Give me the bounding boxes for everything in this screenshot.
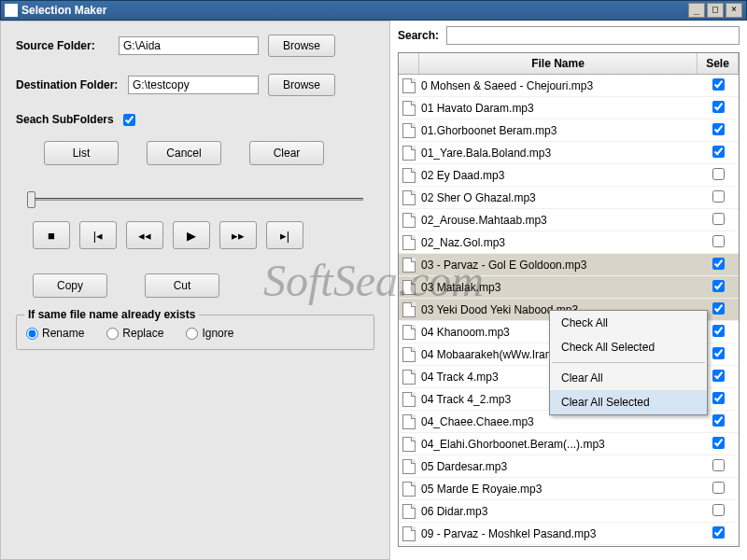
title-bar: Selection Maker _ □ × xyxy=(0,0,747,21)
file-name-cell: 06 Didar.mp3 xyxy=(419,505,698,518)
grid-header: File Name Sele xyxy=(399,53,739,75)
replace-radio[interactable] xyxy=(106,328,119,340)
file-name-cell: 02 Ey Daad.mp3 xyxy=(419,169,698,182)
row-checkbox[interactable] xyxy=(712,504,725,516)
file-name-cell: 01_Yare.Bala.Boland.mp3 xyxy=(419,147,698,160)
ignore-radio-label[interactable]: Ignore xyxy=(186,327,233,340)
file-name-cell: 01 Havato Daram.mp3 xyxy=(419,102,698,115)
file-name-cell: 09 - Parvaz - Moshkel Pasand.mp3 xyxy=(419,527,698,540)
row-checkbox[interactable] xyxy=(712,78,725,91)
table-row[interactable]: 05 Marde E Royaie.mp3 xyxy=(399,478,739,500)
select-cell xyxy=(698,123,739,138)
row-checkbox[interactable] xyxy=(712,392,725,404)
menu-check-all-selected[interactable]: Check All Selected xyxy=(550,335,707,359)
left-panel: Source Folder: Browse Destination Folder… xyxy=(0,21,390,560)
row-checkbox[interactable] xyxy=(712,370,725,382)
context-menu: Check All Check All Selected Clear All C… xyxy=(549,310,708,415)
clear-button[interactable]: Clear xyxy=(249,141,324,165)
column-select[interactable]: Sele xyxy=(698,53,739,74)
duplicate-handling-legend: If same file name already exists xyxy=(24,308,199,321)
row-checkbox[interactable] xyxy=(712,258,725,270)
rewind-button[interactable]: ◂◂ xyxy=(126,221,163,249)
select-cell xyxy=(698,146,739,161)
prev-track-button[interactable]: |◂ xyxy=(79,221,117,249)
row-checkbox[interactable] xyxy=(712,146,725,158)
file-icon xyxy=(402,280,416,295)
copy-button[interactable]: Copy xyxy=(33,273,107,298)
row-checkbox[interactable] xyxy=(712,123,725,135)
table-row[interactable]: 01 Havato Daram.mp3 xyxy=(399,97,739,119)
table-row[interactable]: 02 Ey Daad.mp3 xyxy=(399,164,739,187)
row-checkbox[interactable] xyxy=(712,213,725,225)
row-checkbox[interactable] xyxy=(712,190,725,203)
cancel-button[interactable]: Cancel xyxy=(147,141,221,165)
rename-radio-label[interactable]: Rename xyxy=(26,327,84,340)
position-slider[interactable] xyxy=(27,189,363,208)
file-icon xyxy=(402,482,416,497)
search-subfolders-label: Seach SubFolders xyxy=(16,113,114,126)
search-subfolders-checkbox[interactable] xyxy=(123,114,135,126)
menu-clear-all-selected[interactable]: Clear All Selected xyxy=(550,390,707,414)
file-name-cell: 02 Sher O Ghazal.mp3 xyxy=(419,191,698,204)
row-checkbox[interactable] xyxy=(712,414,725,427)
table-row[interactable]: 09 - Parvaz - Moshkel Pasand.mp3 xyxy=(399,523,739,545)
list-button[interactable]: List xyxy=(44,141,119,165)
row-checkbox[interactable] xyxy=(712,437,725,449)
file-name-cell: 03 Matalak.mp3 xyxy=(419,281,698,294)
row-checkbox[interactable] xyxy=(712,101,725,113)
file-name-cell: 0 Mohsen & Saeed - Chejouri.mp3 xyxy=(419,79,698,92)
stop-button[interactable]: ■ xyxy=(33,221,70,249)
table-row[interactable]: 02 Sher O Ghazal.mp3 xyxy=(399,187,739,209)
row-checkbox[interactable] xyxy=(712,526,725,539)
row-checkbox[interactable] xyxy=(712,280,725,292)
file-icon xyxy=(402,123,416,138)
browse-source-button[interactable]: Browse xyxy=(268,35,335,57)
file-icon xyxy=(402,325,416,340)
replace-radio-label[interactable]: Replace xyxy=(106,327,163,340)
table-row[interactable]: 02_Arouse.Mahtaab.mp3 xyxy=(399,209,739,231)
table-row[interactable]: 06 Didar.mp3 xyxy=(399,500,739,523)
fast-forward-button[interactable]: ▸▸ xyxy=(219,221,257,249)
window-title: Selection Maker xyxy=(21,4,686,17)
play-button[interactable]: ▶ xyxy=(173,221,210,249)
row-checkbox[interactable] xyxy=(712,482,725,494)
source-folder-label: Source Folder: xyxy=(16,39,119,52)
file-icon xyxy=(402,392,416,407)
table-row[interactable]: 01_Yare.Bala.Boland.mp3 xyxy=(399,142,739,164)
minimize-button[interactable]: _ xyxy=(688,3,705,18)
column-file-name[interactable]: File Name xyxy=(419,53,698,74)
row-checkbox[interactable] xyxy=(712,459,725,471)
select-cell xyxy=(698,258,739,273)
row-checkbox[interactable] xyxy=(712,302,725,315)
close-button[interactable]: × xyxy=(726,3,742,18)
file-name-cell: 04_Elahi.Ghorboonet.Beram(...).mp3 xyxy=(419,438,698,451)
table-row[interactable]: 05 Dardesar.mp3 xyxy=(399,455,739,478)
search-input[interactable] xyxy=(446,26,740,45)
file-icon xyxy=(402,347,416,362)
ignore-radio[interactable] xyxy=(186,328,198,340)
table-row[interactable]: 02_Naz.Gol.mp3 xyxy=(399,231,739,254)
source-folder-input[interactable] xyxy=(119,36,259,55)
table-row[interactable]: 0 Mohsen & Saeed - Chejouri.mp3 xyxy=(399,75,739,97)
browse-destination-button[interactable]: Browse xyxy=(268,74,335,96)
maximize-button[interactable]: □ xyxy=(707,3,724,18)
menu-check-all[interactable]: Check All xyxy=(550,311,707,335)
table-row[interactable]: 03 Matalak.mp3 xyxy=(399,276,739,299)
next-track-button[interactable]: ▸| xyxy=(266,221,303,249)
destination-folder-input[interactable] xyxy=(128,76,259,94)
rename-radio[interactable] xyxy=(26,328,38,340)
row-checkbox[interactable] xyxy=(712,168,725,180)
row-checkbox[interactable] xyxy=(712,347,725,359)
file-icon xyxy=(402,168,416,183)
file-icon xyxy=(402,370,416,385)
menu-clear-all[interactable]: Clear All xyxy=(550,366,707,390)
table-row[interactable]: 03 - Parvaz - Gol E Goldoon.mp3 xyxy=(399,254,739,276)
select-cell xyxy=(698,168,739,183)
file-grid[interactable]: File Name Sele 0 Mohsen & Saeed - Chejou… xyxy=(398,52,740,547)
table-row[interactable]: 01.Ghorboonet Beram.mp3 xyxy=(399,119,739,142)
cut-button[interactable]: Cut xyxy=(145,273,219,298)
file-name-cell: 05 Marde E Royaie.mp3 xyxy=(419,483,698,496)
row-checkbox[interactable] xyxy=(712,325,725,337)
row-checkbox[interactable] xyxy=(712,235,725,247)
table-row[interactable]: 04_Elahi.Ghorboonet.Beram(...).mp3 xyxy=(399,433,739,455)
